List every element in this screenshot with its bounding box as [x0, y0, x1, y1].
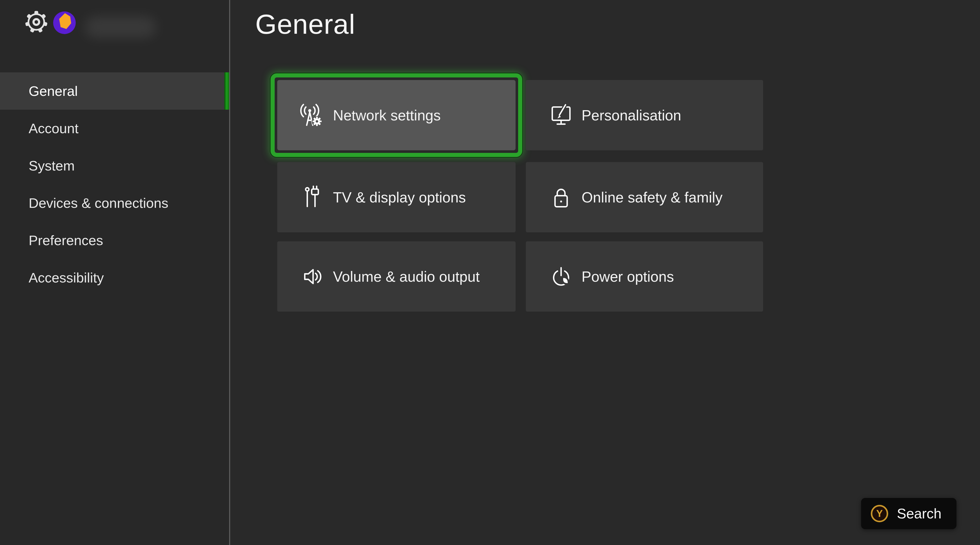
power-options-icon	[547, 263, 575, 291]
sidebar-item-label: Devices & connections	[29, 195, 168, 211]
tile-label: Personalisation	[582, 107, 681, 124]
tv-display-icon	[299, 184, 326, 211]
selected-accent-bar	[224, 72, 229, 110]
tile-label: Volume & audio output	[333, 268, 480, 285]
sidebar-item-label: Accessibility	[29, 270, 104, 285]
sidebar-item-accessibility[interactable]: Accessibility	[0, 259, 229, 296]
sidebar-item-devices-connections[interactable]: Devices & connections	[0, 184, 229, 222]
tile-volume-audio-output[interactable]: Volume & audio output	[277, 241, 515, 311]
tile-tv-display-options[interactable]: TV & display options	[277, 162, 515, 232]
xbox-settings-screen: General Account System Devices & connect…	[0, 0, 980, 545]
tile-online-safety-family[interactable]: Online safety & family	[526, 162, 763, 232]
profile-avatar[interactable]	[52, 11, 76, 35]
tile-network-settings[interactable]: Network settings	[277, 80, 515, 150]
network-settings-icon	[299, 102, 326, 129]
gamertag-blurred	[85, 16, 156, 38]
tile-label: Network settings	[333, 107, 441, 124]
search-button-label: Search	[897, 505, 941, 522]
tile-power-options[interactable]: Power options	[526, 241, 763, 311]
tile-label: Online safety & family	[582, 189, 722, 206]
sidebar-item-account[interactable]: Account	[0, 110, 229, 147]
sidebar-item-system[interactable]: System	[0, 147, 229, 184]
online-safety-icon	[547, 184, 575, 211]
sidebar-item-general[interactable]: General	[0, 72, 229, 110]
search-button[interactable]: Y Search	[861, 498, 956, 529]
sidebar-divider	[229, 0, 230, 545]
tile-personalisation[interactable]: Personalisation	[526, 80, 763, 150]
sidebar: General Account System Devices & connect…	[0, 0, 229, 545]
volume-icon	[299, 263, 326, 291]
tile-label: TV & display options	[333, 189, 466, 206]
personalisation-icon	[547, 102, 575, 129]
settings-gear-icon[interactable]	[25, 10, 48, 34]
sidebar-item-label: Preferences	[29, 233, 103, 248]
settings-nav: General Account System Devices & connect…	[0, 72, 229, 296]
sidebar-item-label: General	[29, 83, 78, 99]
sidebar-item-label: System	[29, 158, 75, 173]
sidebar-item-preferences[interactable]: Preferences	[0, 222, 229, 259]
page-title: General	[255, 8, 355, 40]
controller-y-button-icon: Y	[871, 505, 888, 522]
tile-label: Power options	[582, 268, 674, 285]
y-glyph: Y	[876, 508, 883, 519]
sidebar-item-label: Account	[29, 121, 78, 136]
